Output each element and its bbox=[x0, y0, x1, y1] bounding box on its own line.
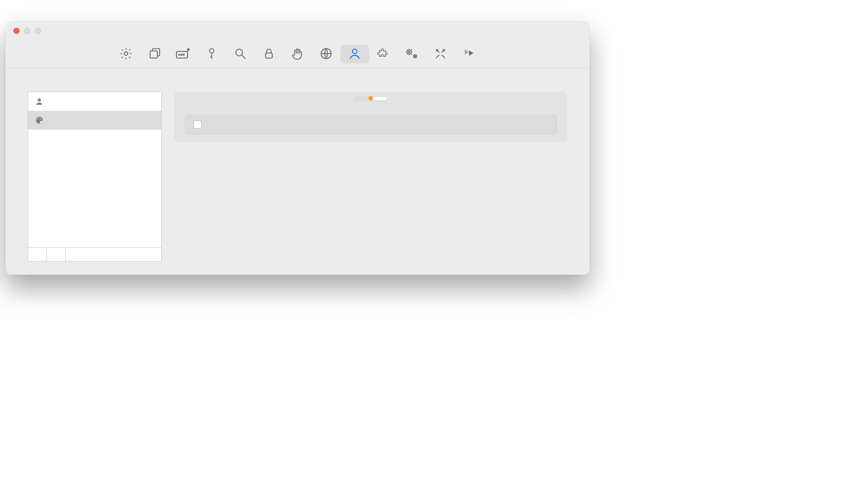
toolbar-item-search[interactable] bbox=[226, 45, 255, 63]
svg-point-4 bbox=[181, 54, 182, 55]
toolbar-item-extensions[interactable] bbox=[369, 45, 398, 63]
person-icon bbox=[347, 46, 363, 61]
svg-rect-8 bbox=[266, 53, 273, 58]
remove-profile-button[interactable] bbox=[47, 248, 66, 261]
svg-point-17 bbox=[38, 118, 39, 119]
toolbar-item-advanced[interactable] bbox=[398, 45, 426, 63]
toolbar-item-feature-flags[interactable] bbox=[455, 45, 483, 63]
person-icon bbox=[34, 97, 44, 106]
hand-icon bbox=[289, 46, 306, 61]
settings-window bbox=[5, 21, 590, 275]
extension-checkbox[interactable] bbox=[193, 121, 201, 129]
profile-item-hobbies[interactable] bbox=[28, 111, 161, 130]
palette-icon bbox=[34, 115, 44, 125]
detail-tab-extensions[interactable] bbox=[371, 97, 387, 101]
toolbar-item-autofill[interactable] bbox=[169, 45, 197, 63]
toolbar-item-privacy[interactable] bbox=[283, 45, 312, 63]
flags-icon bbox=[461, 46, 477, 61]
preferences-toolbar bbox=[5, 43, 590, 68]
autofill-icon bbox=[175, 46, 191, 61]
svg-point-16 bbox=[37, 119, 38, 120]
toolbar-item-profiles[interactable] bbox=[340, 45, 369, 63]
content-area bbox=[5, 68, 590, 275]
gears-icon bbox=[404, 46, 420, 61]
svg-point-3 bbox=[179, 54, 180, 55]
close-button[interactable] bbox=[13, 28, 20, 34]
svg-point-0 bbox=[124, 52, 128, 55]
lock-icon bbox=[261, 46, 277, 61]
svg-rect-1 bbox=[150, 51, 157, 58]
minimize-button[interactable] bbox=[24, 28, 30, 34]
add-profile-button[interactable] bbox=[28, 248, 47, 261]
toolbar-item-passwords[interactable] bbox=[197, 45, 226, 63]
tools-icon bbox=[432, 46, 449, 61]
svg-point-12 bbox=[408, 51, 410, 53]
zoom-button[interactable] bbox=[35, 28, 41, 34]
profile-item-personal[interactable] bbox=[28, 92, 161, 111]
globe-icon bbox=[318, 46, 334, 61]
detail-tab-switcher bbox=[354, 96, 388, 101]
svg-point-10 bbox=[352, 49, 357, 54]
detail-tab-general[interactable] bbox=[355, 97, 371, 101]
add-remove-bar bbox=[28, 247, 161, 261]
profile-list-panel bbox=[28, 92, 162, 261]
svg-point-7 bbox=[236, 49, 243, 56]
profile-list bbox=[28, 92, 161, 247]
toolbar-item-general[interactable] bbox=[112, 45, 140, 63]
extension-row[interactable] bbox=[185, 115, 556, 134]
svg-point-5 bbox=[183, 54, 184, 55]
profile-detail-panel bbox=[174, 92, 567, 143]
traffic-lights bbox=[13, 28, 41, 34]
svg-point-15 bbox=[38, 98, 41, 101]
tabs-icon bbox=[147, 46, 163, 61]
extensions-list bbox=[185, 115, 557, 134]
key-icon bbox=[204, 46, 220, 61]
svg-point-14 bbox=[415, 56, 415, 57]
toolbar-item-developer[interactable] bbox=[426, 45, 455, 63]
gear-icon bbox=[118, 46, 134, 61]
svg-point-18 bbox=[40, 118, 41, 119]
toolbar-item-tabs[interactable] bbox=[140, 45, 169, 63]
toolbar-item-security[interactable] bbox=[255, 45, 283, 63]
titlebar bbox=[5, 21, 590, 43]
puzzle-icon bbox=[375, 46, 391, 61]
extensions-prompt bbox=[174, 109, 567, 115]
search-icon bbox=[232, 46, 248, 61]
svg-point-13 bbox=[414, 55, 417, 58]
svg-point-6 bbox=[210, 49, 214, 53]
toolbar-item-websites[interactable] bbox=[312, 45, 340, 63]
